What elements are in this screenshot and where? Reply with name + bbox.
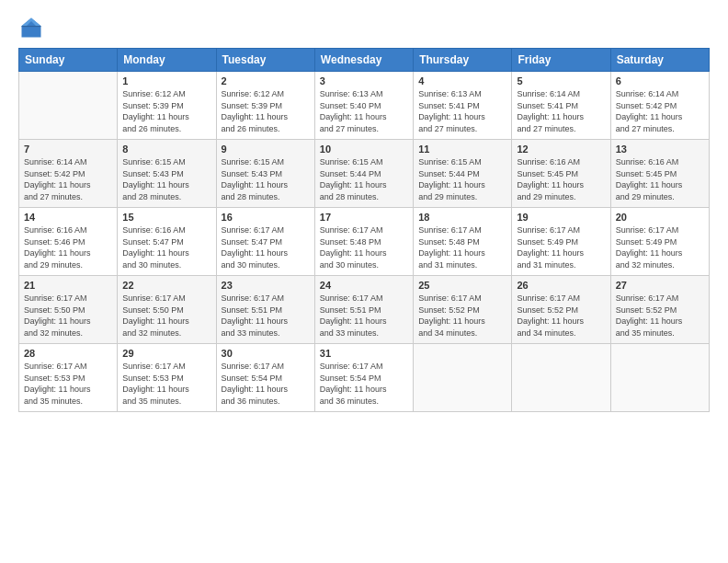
weekday-header-wednesday: Wednesday — [314, 49, 413, 72]
day-number: 30 — [222, 348, 310, 359]
calendar-day-cell: 23Sunrise: 6:17 AM Sunset: 5:51 PM Dayli… — [216, 276, 314, 344]
day-info: Sunrise: 6:14 AM Sunset: 5:42 PM Dayligh… — [24, 156, 112, 202]
day-info: Sunrise: 6:17 AM Sunset: 5:50 PM Dayligh… — [24, 293, 112, 339]
day-info: Sunrise: 6:16 AM Sunset: 5:47 PM Dayligh… — [122, 224, 210, 270]
day-number: 5 — [517, 75, 605, 86]
day-info: Sunrise: 6:17 AM Sunset: 5:52 PM Dayligh… — [517, 293, 605, 339]
calendar-day-cell: 15Sunrise: 6:16 AM Sunset: 5:47 PM Dayli… — [118, 208, 216, 276]
day-info: Sunrise: 6:16 AM Sunset: 5:45 PM Dayligh… — [517, 156, 605, 202]
day-info: Sunrise: 6:14 AM Sunset: 5:41 PM Dayligh… — [517, 88, 605, 134]
calendar-header: SundayMondayTuesdayWednesdayThursdayFrid… — [19, 49, 710, 72]
day-info: Sunrise: 6:15 AM Sunset: 5:43 PM Dayligh… — [122, 156, 210, 202]
day-number: 29 — [122, 348, 210, 359]
calendar-day-cell: 20Sunrise: 6:17 AM Sunset: 5:49 PM Dayli… — [610, 208, 709, 276]
day-info: Sunrise: 6:12 AM Sunset: 5:39 PM Dayligh… — [222, 88, 310, 134]
calendar-day-cell: 25Sunrise: 6:17 AM Sunset: 5:52 PM Dayli… — [414, 276, 512, 344]
day-info: Sunrise: 6:15 AM Sunset: 5:44 PM Dayligh… — [418, 156, 506, 202]
day-number: 7 — [24, 144, 112, 155]
calendar-day-cell: 31Sunrise: 6:17 AM Sunset: 5:54 PM Dayli… — [314, 344, 413, 412]
day-info: Sunrise: 6:15 AM Sunset: 5:44 PM Dayligh… — [320, 156, 408, 202]
day-number: 21 — [24, 280, 112, 291]
calendar-body: 1Sunrise: 6:12 AM Sunset: 5:39 PM Daylig… — [19, 72, 710, 412]
day-number: 9 — [222, 144, 310, 155]
day-info: Sunrise: 6:17 AM Sunset: 5:52 PM Dayligh… — [616, 293, 704, 339]
weekday-header-saturday: Saturday — [610, 49, 709, 72]
calendar-table: SundayMondayTuesdayWednesdayThursdayFrid… — [18, 48, 710, 412]
calendar-day-cell: 8Sunrise: 6:15 AM Sunset: 5:43 PM Daylig… — [118, 140, 216, 208]
calendar-day-cell: 3Sunrise: 6:13 AM Sunset: 5:40 PM Daylig… — [314, 72, 413, 140]
day-info: Sunrise: 6:12 AM Sunset: 5:39 PM Dayligh… — [122, 88, 210, 134]
day-info: Sunrise: 6:14 AM Sunset: 5:42 PM Dayligh… — [616, 88, 704, 134]
calendar-week-row: 28Sunrise: 6:17 AM Sunset: 5:53 PM Dayli… — [19, 344, 710, 412]
day-info: Sunrise: 6:17 AM Sunset: 5:50 PM Dayligh… — [122, 293, 210, 339]
calendar-day-cell: 10Sunrise: 6:15 AM Sunset: 5:44 PM Dayli… — [314, 140, 413, 208]
day-info: Sunrise: 6:17 AM Sunset: 5:49 PM Dayligh… — [616, 224, 704, 270]
day-number: 24 — [320, 280, 408, 291]
weekday-header-sunday: Sunday — [19, 49, 118, 72]
day-info: Sunrise: 6:17 AM Sunset: 5:51 PM Dayligh… — [222, 293, 310, 339]
day-number: 17 — [320, 212, 408, 223]
day-info: Sunrise: 6:17 AM Sunset: 5:48 PM Dayligh… — [320, 224, 408, 270]
day-info: Sunrise: 6:17 AM Sunset: 5:54 PM Dayligh… — [222, 361, 310, 407]
day-number: 12 — [517, 144, 605, 155]
calendar-day-cell — [610, 344, 709, 412]
day-info: Sunrise: 6:17 AM Sunset: 5:51 PM Dayligh… — [320, 293, 408, 339]
calendar-day-cell: 1Sunrise: 6:12 AM Sunset: 5:39 PM Daylig… — [118, 72, 216, 140]
calendar-day-cell: 24Sunrise: 6:17 AM Sunset: 5:51 PM Dayli… — [314, 276, 413, 344]
calendar-day-cell: 14Sunrise: 6:16 AM Sunset: 5:46 PM Dayli… — [19, 208, 118, 276]
day-number: 19 — [517, 212, 605, 223]
day-number: 3 — [320, 75, 408, 86]
calendar-day-cell: 27Sunrise: 6:17 AM Sunset: 5:52 PM Dayli… — [610, 276, 709, 344]
day-info: Sunrise: 6:17 AM Sunset: 5:54 PM Dayligh… — [320, 361, 408, 407]
day-info: Sunrise: 6:16 AM Sunset: 5:45 PM Dayligh… — [616, 156, 704, 202]
calendar-day-cell: 17Sunrise: 6:17 AM Sunset: 5:48 PM Dayli… — [314, 208, 413, 276]
weekday-header-row: SundayMondayTuesdayWednesdayThursdayFrid… — [19, 49, 710, 72]
calendar-day-cell: 12Sunrise: 6:16 AM Sunset: 5:45 PM Dayli… — [512, 140, 610, 208]
calendar-day-cell: 29Sunrise: 6:17 AM Sunset: 5:53 PM Dayli… — [118, 344, 216, 412]
day-info: Sunrise: 6:16 AM Sunset: 5:46 PM Dayligh… — [24, 224, 112, 270]
day-number: 27 — [616, 280, 704, 291]
day-info: Sunrise: 6:17 AM Sunset: 5:48 PM Dayligh… — [418, 224, 506, 270]
calendar-day-cell: 28Sunrise: 6:17 AM Sunset: 5:53 PM Dayli… — [19, 344, 118, 412]
day-number: 2 — [222, 75, 310, 86]
day-number: 14 — [24, 212, 112, 223]
day-number: 31 — [320, 348, 408, 359]
day-number: 22 — [122, 280, 210, 291]
calendar-day-cell: 7Sunrise: 6:14 AM Sunset: 5:42 PM Daylig… — [19, 140, 118, 208]
calendar-day-cell: 2Sunrise: 6:12 AM Sunset: 5:39 PM Daylig… — [216, 72, 314, 140]
day-info: Sunrise: 6:17 AM Sunset: 5:47 PM Dayligh… — [222, 224, 310, 270]
day-info: Sunrise: 6:17 AM Sunset: 5:52 PM Dayligh… — [418, 293, 506, 339]
day-number: 4 — [418, 75, 506, 86]
day-info: Sunrise: 6:13 AM Sunset: 5:41 PM Dayligh… — [418, 88, 506, 134]
calendar-week-row: 14Sunrise: 6:16 AM Sunset: 5:46 PM Dayli… — [19, 208, 710, 276]
day-number: 25 — [418, 280, 506, 291]
calendar-day-cell — [414, 344, 512, 412]
calendar-week-row: 1Sunrise: 6:12 AM Sunset: 5:39 PM Daylig… — [19, 72, 710, 140]
day-info: Sunrise: 6:17 AM Sunset: 5:53 PM Dayligh… — [24, 361, 112, 407]
calendar-day-cell: 18Sunrise: 6:17 AM Sunset: 5:48 PM Dayli… — [414, 208, 512, 276]
calendar-day-cell: 21Sunrise: 6:17 AM Sunset: 5:50 PM Dayli… — [19, 276, 118, 344]
calendar-day-cell: 6Sunrise: 6:14 AM Sunset: 5:42 PM Daylig… — [610, 72, 709, 140]
day-number: 1 — [122, 75, 210, 86]
calendar-day-cell — [19, 72, 118, 140]
calendar-page: SundayMondayTuesdayWednesdayThursdayFrid… — [0, 0, 728, 563]
calendar-day-cell: 5Sunrise: 6:14 AM Sunset: 5:41 PM Daylig… — [512, 72, 610, 140]
weekday-header-friday: Friday — [512, 49, 610, 72]
logo-icon — [18, 15, 44, 40]
day-number: 28 — [24, 348, 112, 359]
weekday-header-monday: Monday — [118, 49, 216, 72]
calendar-day-cell: 30Sunrise: 6:17 AM Sunset: 5:54 PM Dayli… — [216, 344, 314, 412]
calendar-day-cell: 13Sunrise: 6:16 AM Sunset: 5:45 PM Dayli… — [610, 140, 709, 208]
weekday-header-thursday: Thursday — [414, 49, 512, 72]
day-number: 15 — [122, 212, 210, 223]
day-info: Sunrise: 6:17 AM Sunset: 5:49 PM Dayligh… — [517, 224, 605, 270]
day-info: Sunrise: 6:15 AM Sunset: 5:43 PM Dayligh… — [222, 156, 310, 202]
day-number: 18 — [418, 212, 506, 223]
calendar-day-cell: 4Sunrise: 6:13 AM Sunset: 5:41 PM Daylig… — [414, 72, 512, 140]
calendar-day-cell: 19Sunrise: 6:17 AM Sunset: 5:49 PM Dayli… — [512, 208, 610, 276]
calendar-day-cell: 16Sunrise: 6:17 AM Sunset: 5:47 PM Dayli… — [216, 208, 314, 276]
header-area — [18, 15, 710, 40]
weekday-header-tuesday: Tuesday — [216, 49, 314, 72]
svg-rect-2 — [22, 26, 41, 27]
calendar-day-cell — [512, 344, 610, 412]
